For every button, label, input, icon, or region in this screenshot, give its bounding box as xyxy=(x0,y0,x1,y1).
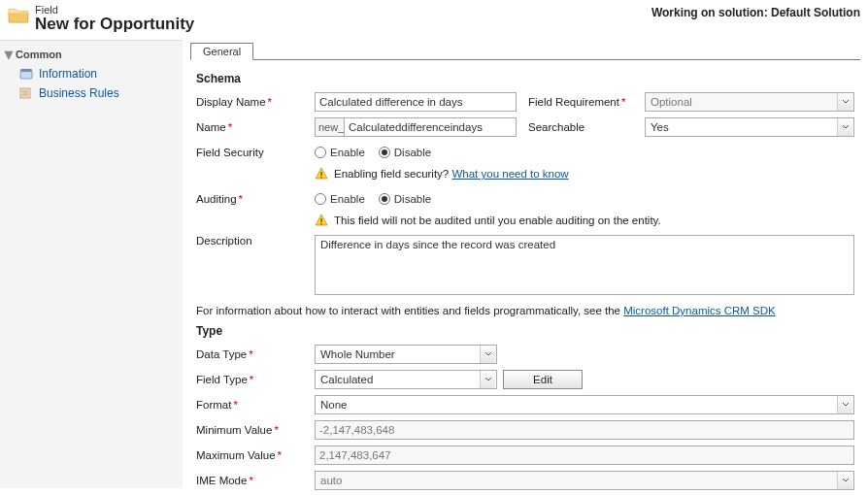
chevron-down-icon xyxy=(837,118,852,136)
chevron-down-icon xyxy=(837,396,852,413)
collapse-arrow-icon: ⯆ xyxy=(4,50,14,60)
chevron-down-icon xyxy=(480,346,495,363)
label-searchable: Searchable xyxy=(517,121,645,133)
business-rules-icon xyxy=(19,87,33,99)
svg-rect-1 xyxy=(20,69,32,72)
field-security-disable-radio[interactable]: Disable xyxy=(379,147,431,158)
min-value-input[interactable] xyxy=(315,420,854,440)
svg-rect-5 xyxy=(320,218,321,222)
chevron-down-icon xyxy=(837,93,852,111)
sidebar: ⯆ Common Information Business Rules xyxy=(0,40,183,488)
label-description: Description xyxy=(196,235,315,247)
solution-label: Working on solution: Default Solution xyxy=(651,4,860,19)
field-type-select[interactable]: Calculated xyxy=(315,370,497,389)
tab-general[interactable]: General xyxy=(190,43,253,60)
warning-icon xyxy=(315,167,328,181)
label-auditing: Auditing* xyxy=(196,193,315,205)
sidebar-heading[interactable]: ⯆ Common xyxy=(0,45,183,64)
svg-rect-6 xyxy=(320,223,321,224)
page-title: New for Opportunity xyxy=(35,15,194,34)
sidebar-item-information[interactable]: Information xyxy=(0,64,183,83)
auditing-warning-text: This field will not be audited until you… xyxy=(334,214,661,226)
name-input[interactable] xyxy=(344,117,517,137)
sidebar-item-label: Information xyxy=(39,67,97,81)
what-you-need-to-know-link[interactable]: What you need to know xyxy=(451,168,568,180)
description-input[interactable] xyxy=(315,235,854,295)
tab-row: General xyxy=(190,40,860,60)
label-display-name: Display Name* xyxy=(196,96,315,108)
chevron-down-icon xyxy=(480,371,495,388)
sidebar-item-label: Business Rules xyxy=(39,86,119,100)
field-requirement-select[interactable]: Optional xyxy=(645,92,854,112)
content-area: General Schema Display Name* Field Requi… xyxy=(183,40,868,488)
field-security-enable-radio[interactable]: Enable xyxy=(315,147,365,158)
label-data-type: Data Type* xyxy=(196,348,315,360)
auditing-enable-radio[interactable]: Enable xyxy=(315,193,365,205)
section-schema-heading: Schema xyxy=(196,72,854,85)
label-field-requirement: Field Requirement* xyxy=(517,96,645,108)
label-field-security: Field Security xyxy=(196,147,315,158)
edit-button[interactable]: Edit xyxy=(503,370,583,389)
format-select[interactable]: None xyxy=(315,395,854,414)
label-min-value: Minimum Value* xyxy=(196,424,315,436)
chevron-down-icon xyxy=(837,472,852,489)
svg-rect-4 xyxy=(320,177,321,178)
section-type-heading: Type xyxy=(196,324,854,338)
searchable-select[interactable]: Yes xyxy=(645,117,854,137)
label-max-value: Maximum Value* xyxy=(196,449,315,461)
sdk-info-row: For information about how to interact wi… xyxy=(196,305,854,316)
folder-icon xyxy=(8,6,29,23)
field-security-warning-text: Enabling field security? xyxy=(334,168,449,180)
sidebar-heading-label: Common xyxy=(16,49,62,60)
label-name: Name* xyxy=(196,121,315,133)
data-type-select[interactable]: Whole Number xyxy=(315,345,497,364)
svg-rect-3 xyxy=(320,172,321,176)
information-icon xyxy=(19,68,33,80)
ime-mode-select[interactable]: auto xyxy=(315,471,854,490)
label-format: Format* xyxy=(196,399,315,411)
auditing-disable-radio[interactable]: Disable xyxy=(379,193,431,205)
label-ime-mode: IME Mode* xyxy=(196,475,315,486)
max-value-input[interactable] xyxy=(315,446,854,465)
label-field-type: Field Type* xyxy=(196,374,315,385)
display-name-input[interactable] xyxy=(315,92,517,112)
warning-icon xyxy=(315,214,328,227)
crm-sdk-link[interactable]: Microsoft Dynamics CRM SDK xyxy=(623,305,776,316)
name-prefix: new_ xyxy=(315,117,344,137)
sidebar-item-business-rules[interactable]: Business Rules xyxy=(0,83,183,103)
header-bar: Field New for Opportunity Working on sol… xyxy=(0,0,868,40)
svg-rect-0 xyxy=(20,71,32,79)
